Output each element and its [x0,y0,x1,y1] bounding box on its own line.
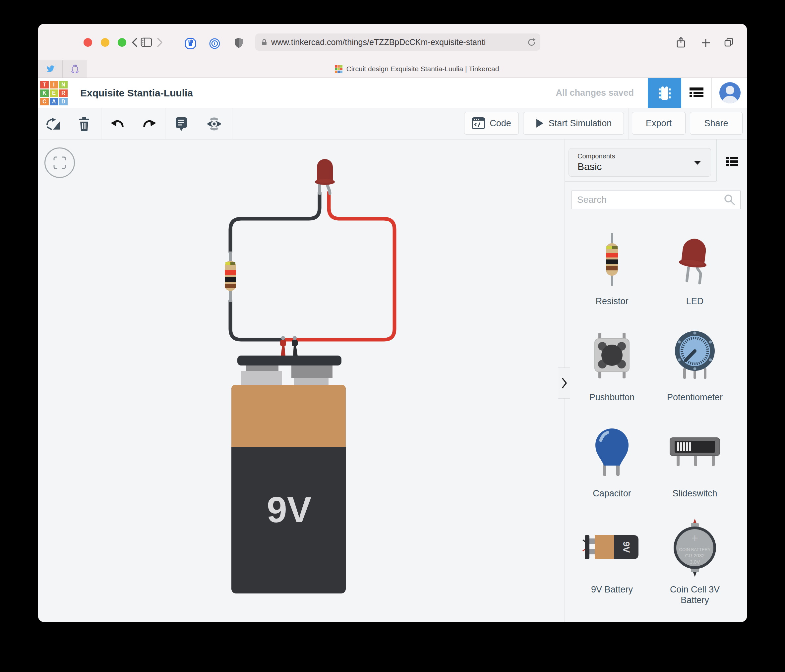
workspace: 9V Components Basic [38,139,747,622]
component-item-resistor[interactable]: Resistor [571,225,654,321]
avatar[interactable] [719,82,741,103]
minimize-window-button[interactable] [101,38,109,47]
back-button[interactable] [130,37,139,48]
led-component[interactable] [315,159,335,194]
code-button[interactable]: Code [464,112,519,134]
pushbutton-icon [590,331,633,380]
lock-icon [261,38,268,46]
resistor-icon [602,233,622,286]
share-button[interactable]: Share [690,112,743,134]
logo-tile: T [40,81,49,89]
logo-tile: I [50,81,58,89]
password-manager-extension-icon[interactable] [208,38,221,50]
rotate-icon [45,117,61,131]
coin-cell-line1: COIN BATTERY [679,547,711,552]
forward-button[interactable] [155,37,164,48]
logo-tile: C [40,98,49,105]
save-status: All changes saved [555,78,634,108]
component-item-capacitor[interactable]: Capacitor [571,417,654,513]
reload-icon[interactable] [527,38,536,47]
resistor-component[interactable] [225,252,236,302]
chevron-right-icon [560,377,568,390]
tinkercad-logo[interactable]: T I N K E R C A D [40,81,67,105]
new-tab-icon[interactable] [701,38,711,48]
logo-tile: N [59,81,67,89]
slideswitch-icon [667,432,723,472]
component-label: Capacitor [579,488,645,499]
component-item-potentiometer[interactable]: Potentiometer [654,321,736,417]
potentiometer-icon [672,329,718,382]
tinkercad-header: T I N K E R C A D Exquisite Stantia-Luul… [38,78,747,108]
visibility-button[interactable] [206,116,221,131]
redo-button[interactable] [142,116,157,131]
delete-button[interactable] [77,116,92,131]
coin-cell-icon: + COIN BATTERY CR 2032 3.0V [670,518,720,578]
component-label: Potentiometer [661,392,728,403]
start-simulation-button[interactable]: Start Simulation [523,112,624,134]
battery-9v-component[interactable]: 9V [231,356,346,594]
notes-button[interactable] [174,116,189,131]
battery-9v-icon: 9V [582,528,642,567]
zoom-to-fit-button[interactable] [44,147,75,178]
code-button-label: Code [489,118,511,128]
led-icon [673,231,716,288]
design-title[interactable]: Exquisite Stantia-Luulia [80,78,193,108]
start-simulation-label: Start Simulation [549,118,612,128]
component-label: Resistor [579,296,645,307]
components-category-dropdown[interactable]: Components Basic [569,148,711,177]
components-label: Components [577,152,615,160]
pinned-tab-hands[interactable] [63,60,87,78]
undo-icon [110,118,125,130]
battery-9v-label: 9V [267,489,311,530]
red-wire[interactable] [283,192,394,340]
component-item-led[interactable]: LED [654,225,736,321]
component-item-coin-cell[interactable]: + COIN BATTERY CR 2032 3.0V Coin Cell 3V… [654,513,736,609]
tab-title: Circuit design Exquisite Stantia-Luulia … [346,65,499,73]
search-icon [724,194,736,206]
component-list-view-button[interactable] [681,78,712,108]
coin-cell-line3: 3.0V [690,559,700,565]
coin-cell-line2: CR 2032 [685,553,704,558]
components-panel: Components Basic [565,139,747,622]
desktop: www.tinkercad.com/things/eTZZBpDcCKm-exq… [0,0,785,672]
search-box[interactable] [571,191,741,209]
component-label: LED [661,296,728,307]
tab-overview-icon[interactable] [724,38,735,48]
privacy-shield-extension-icon[interactable] [234,37,244,49]
component-label: 9V Battery [579,584,645,595]
component-label: Coin Cell 3V Battery [661,584,728,606]
editor-toolbar: Code Start Simulation Export Share [38,108,747,139]
undo-button[interactable] [110,116,125,131]
list-icon [726,157,738,167]
eye-icon [206,116,221,131]
toolbar-divider [232,108,232,139]
content-blocker-extension-icon[interactable] [184,38,197,50]
component-label: Slideswitch [661,488,728,499]
black-wire[interactable] [230,192,320,340]
twitter-bird-icon [46,65,55,73]
component-item-pushbutton[interactable]: Pushbutton [571,321,654,417]
circuit-canvas[interactable]: 9V [38,139,565,622]
export-button[interactable]: Export [632,112,686,134]
rotate-button[interactable] [45,116,61,131]
search-input[interactable] [572,194,724,205]
collapse-panel-handle[interactable] [558,367,570,399]
pinned-tab-twitter[interactable] [38,60,63,78]
share-icon[interactable] [675,36,686,49]
close-window-button[interactable] [83,38,92,47]
sidebar-toggle-icon[interactable] [141,38,152,47]
avatar-body [722,96,738,103]
hands-icon [70,64,80,74]
zoom-window-button[interactable] [118,38,126,47]
list-view-icon [690,88,704,99]
active-tab[interactable]: Circuit design Exquisite Stantia-Luulia … [87,60,747,78]
play-icon [535,118,544,128]
component-item-9v-battery[interactable]: 9V 9V Battery [571,513,654,609]
component-label: Pushbutton [579,392,645,403]
component-list-toggle[interactable] [726,157,738,168]
caret-down-icon [693,160,702,165]
tinkercad-favicon [335,65,342,73]
component-item-slideswitch[interactable]: Slideswitch [654,417,736,513]
circuit-view-button[interactable] [648,78,681,108]
address-bar[interactable]: www.tinkercad.com/things/eTZZBpDcCKm-exq… [255,33,540,51]
